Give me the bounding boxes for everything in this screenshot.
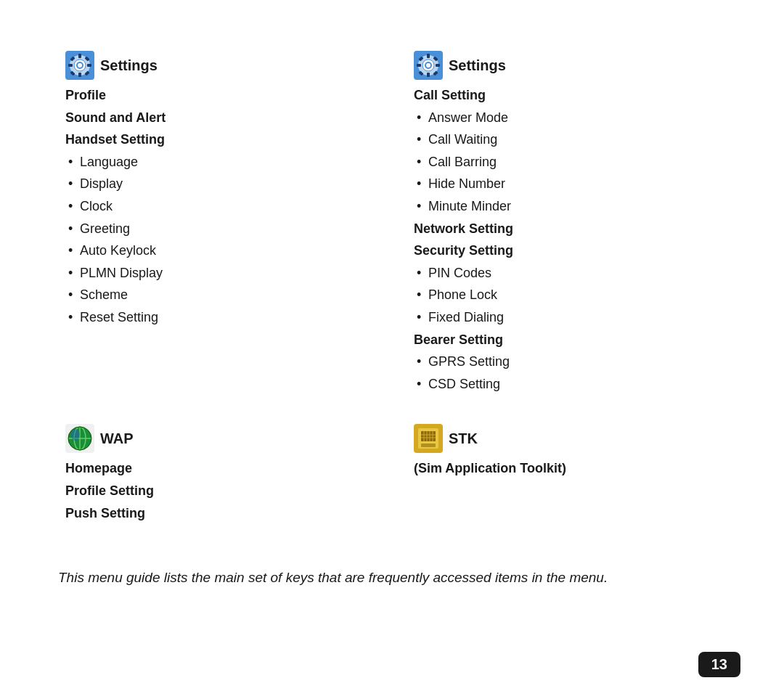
settings-left-section: Settings Profile Sound and Alert Handset… [58, 44, 377, 402]
settings-right-icon [414, 51, 443, 80]
footer-note: This menu guide lists the main set of ke… [58, 568, 726, 589]
list-item: Answer Mode [414, 107, 719, 129]
settings-right-body: Call Setting Answer Mode Call Waiting Ca… [414, 84, 719, 395]
wap-title: WAP [100, 430, 134, 447]
svg-rect-6 [87, 64, 91, 67]
wap-header: WAP [65, 424, 370, 453]
wap-body: Homepage Profile Setting Push Setting [65, 457, 370, 524]
settings-left-header: Settings [65, 51, 370, 80]
list-item: CSD Setting [414, 373, 719, 396]
settings-left-body: Profile Sound and Alert Handset Setting … [65, 84, 370, 329]
list-item: Greeting [65, 218, 370, 240]
profile-category: Profile [65, 84, 370, 107]
call-items-list: Answer Mode Call Waiting Call Barring Hi… [414, 107, 719, 218]
list-item: Minute Minder [414, 195, 719, 218]
settings-left-title: Settings [100, 57, 158, 74]
handset-setting-category: Handset Setting [65, 128, 370, 151]
settings-right-section: Settings Call Setting Answer Mode Call W… [407, 44, 726, 402]
svg-point-12 [78, 63, 82, 68]
wap-section: WAP Homepage Profile Setting Push Settin… [58, 417, 377, 531]
settings-left-icon [65, 51, 94, 80]
homepage-item: Homepage [65, 457, 370, 480]
list-item: Display [65, 173, 370, 195]
list-item: PIN Codes [414, 262, 719, 285]
wap-icon [65, 424, 94, 453]
bearer-setting-category: Bearer Setting [414, 329, 719, 351]
list-item: Call Waiting [414, 128, 719, 151]
list-item: Call Barring [414, 151, 719, 173]
stk-icon [414, 424, 443, 453]
list-item: GPRS Setting [414, 351, 719, 373]
list-item: Clock [65, 195, 370, 218]
push-setting-item: Push Setting [65, 502, 370, 525]
settings-right-header: Settings [414, 51, 719, 80]
stk-title: STK [449, 430, 478, 447]
svg-rect-19 [436, 64, 440, 67]
list-item: PLMN Display [65, 262, 370, 285]
stk-body: (Sim Application Toolkit) [414, 457, 719, 480]
bearer-items-list: GPRS Setting CSD Setting [414, 351, 719, 395]
list-item: Reset Setting [65, 306, 370, 329]
sound-alert-category: Sound and Alert [65, 107, 370, 129]
list-item: Fixed Dialing [414, 306, 719, 329]
list-item: Auto Keylock [65, 240, 370, 262]
page-number: 13 [698, 652, 740, 677]
security-items-list: PIN Codes Phone Lock Fixed Dialing [414, 262, 719, 329]
stk-section: STK (Sim Application Toolkit) [407, 417, 726, 531]
list-item: Phone Lock [414, 284, 719, 306]
svg-rect-5 [68, 64, 73, 67]
svg-rect-18 [417, 64, 421, 67]
handset-items-list: Language Display Clock Greeting Auto Key… [65, 151, 370, 329]
security-setting-category: Security Setting [414, 240, 719, 262]
stk-header: STK [414, 424, 719, 453]
svg-point-25 [426, 63, 430, 68]
svg-rect-16 [427, 54, 430, 58]
network-setting-category: Network Setting [414, 218, 719, 240]
list-item: Language [65, 151, 370, 173]
list-item: Scheme [65, 284, 370, 306]
svg-rect-17 [427, 73, 430, 77]
svg-rect-4 [78, 73, 81, 77]
stk-subtitle: (Sim Application Toolkit) [414, 457, 719, 480]
svg-rect-42 [421, 443, 436, 447]
call-setting-category: Call Setting [414, 84, 719, 107]
svg-point-32 [71, 429, 80, 441]
list-item: Hide Number [414, 173, 719, 195]
profile-setting-item: Profile Setting [65, 480, 370, 502]
svg-rect-35 [421, 431, 436, 441]
settings-right-title: Settings [449, 57, 506, 74]
svg-rect-3 [78, 54, 81, 58]
